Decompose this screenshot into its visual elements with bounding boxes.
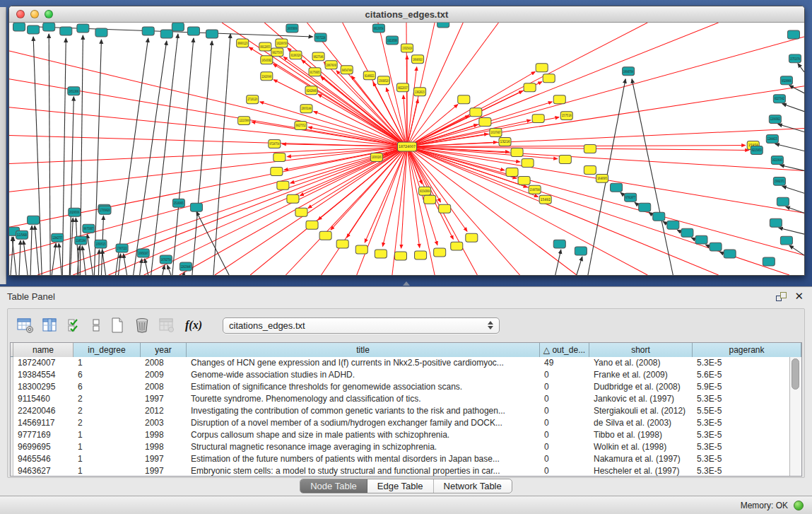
tab-edge-table[interactable]: Edge Table bbox=[367, 479, 434, 493]
graph-node[interactable]: 2867608 bbox=[325, 61, 337, 69]
graph-node[interactable] bbox=[611, 183, 623, 192]
graph-node[interactable]: 9175685 bbox=[309, 68, 321, 76]
graph-node[interactable]: 157516 bbox=[560, 112, 572, 120]
cell-title[interactable]: Estimation of significance thresholds fo… bbox=[187, 381, 540, 393]
citation-network-graph[interactable]: 8660123891295518226058982750381863281654… bbox=[9, 23, 804, 275]
graph-edge-black[interactable] bbox=[192, 41, 212, 275]
graph-node[interactable] bbox=[394, 252, 406, 260]
graph-node[interactable]: 16782759 bbox=[160, 255, 172, 264]
graph-node[interactable]: 15751074 bbox=[789, 54, 801, 63]
cell-in_degree[interactable]: 6 bbox=[73, 381, 141, 393]
graph-node[interactable] bbox=[424, 195, 436, 204]
panel-resize-grip[interactable] bbox=[403, 281, 410, 286]
graph-node[interactable] bbox=[639, 203, 651, 211]
graph-node[interactable] bbox=[518, 176, 530, 185]
graph-edge-black[interactable] bbox=[782, 186, 804, 193]
cell-out_degree[interactable]: 0 bbox=[540, 429, 589, 441]
cell-title[interactable]: Genome-wide association studies in ADHD. bbox=[187, 369, 540, 381]
graph-edge-black[interactable] bbox=[786, 206, 804, 213]
graph-edge-red[interactable] bbox=[382, 147, 407, 247]
graph-node[interactable] bbox=[724, 250, 736, 258]
graph-edge-black[interactable] bbox=[167, 265, 171, 275]
cell-out_degree[interactable]: 0 bbox=[540, 369, 589, 381]
graph-node[interactable]: 17359928 bbox=[99, 206, 111, 214]
graph-edge-red[interactable] bbox=[407, 120, 531, 147]
cell-pagerank[interactable]: 5.3E-5 bbox=[693, 357, 801, 369]
graph-edge-red[interactable] bbox=[407, 147, 577, 275]
cell-pagerank[interactable]: 5.3E-5 bbox=[693, 417, 801, 429]
tab-network-table[interactable]: Network Table bbox=[434, 479, 512, 493]
cell-pagerank[interactable]: 5.3E-5 bbox=[693, 429, 801, 441]
graph-node[interactable] bbox=[60, 27, 72, 35]
cell-pagerank[interactable]: 5.5E-5 bbox=[693, 405, 801, 417]
cell-out_degree[interactable]: 0 bbox=[540, 417, 589, 429]
graph-node[interactable]: 1350515 bbox=[95, 240, 107, 248]
graph-node[interactable] bbox=[28, 25, 40, 34]
graph-node[interactable] bbox=[13, 23, 25, 31]
graph-node[interactable]: 8427552 bbox=[295, 122, 307, 130]
row-height-icon[interactable] bbox=[90, 316, 102, 334]
cell-title[interactable]: Embryonic stem cells: a model to study s… bbox=[187, 465, 540, 476]
tab-node-table[interactable]: Node Table bbox=[300, 479, 367, 493]
graph-node[interactable] bbox=[206, 30, 218, 38]
graph-edge-black[interactable] bbox=[59, 243, 61, 275]
create-column-icon[interactable] bbox=[108, 316, 126, 334]
graph-node[interactable]: 16033809 bbox=[286, 24, 298, 33]
cell-out_degree[interactable]: 0 bbox=[540, 465, 589, 476]
graph-edge-red[interactable] bbox=[9, 147, 407, 256]
column-header-short[interactable]: short bbox=[589, 343, 693, 357]
graph-edge-black[interactable] bbox=[19, 240, 20, 275]
graph-node[interactable] bbox=[522, 158, 534, 167]
graph-node[interactable] bbox=[336, 240, 348, 248]
table-row[interactable]: 2242004622012Investigating the contribut… bbox=[11, 405, 801, 417]
table-settings-icon[interactable] bbox=[16, 316, 35, 334]
cell-title[interactable]: Corpus callosum shape and size in male p… bbox=[187, 429, 540, 441]
cell-short[interactable]: Stergiakouli et al. (2012) bbox=[589, 405, 693, 417]
graph-node[interactable] bbox=[653, 212, 665, 221]
graph-edge-red[interactable] bbox=[271, 51, 407, 146]
cell-title[interactable]: Structural magnetic resonance image aver… bbox=[187, 441, 540, 453]
graph-edge-red[interactable] bbox=[407, 23, 719, 147]
graph-node[interactable]: 9329966 bbox=[780, 76, 792, 85]
graph-node[interactable]: 15492 bbox=[539, 195, 551, 204]
graph-edge-black[interactable] bbox=[12, 237, 16, 275]
cell-year[interactable]: 1997 bbox=[141, 453, 187, 465]
graph-node[interactable]: 17957222 bbox=[116, 244, 128, 252]
graph-node[interactable] bbox=[780, 236, 792, 245]
graph-edge-black[interactable] bbox=[49, 34, 50, 275]
graph-node[interactable]: 19218586 bbox=[386, 36, 398, 45]
graph-edge-red[interactable] bbox=[407, 37, 804, 147]
graph-node[interactable]: 1209382 bbox=[769, 115, 781, 124]
window-titlebar[interactable]: citations_edges.txt bbox=[9, 6, 804, 23]
cell-pagerank[interactable]: 5.6E-5 bbox=[693, 369, 801, 381]
graph-node[interactable]: 12942757 bbox=[52, 233, 64, 242]
graph-node[interactable] bbox=[43, 23, 55, 31]
graph-edge-black[interactable] bbox=[798, 64, 804, 72]
float-panel-icon[interactable] bbox=[776, 292, 787, 301]
graph-edge-red[interactable] bbox=[180, 147, 407, 275]
graph-node[interactable] bbox=[355, 245, 367, 254]
graph-node[interactable]: 1145194 bbox=[75, 236, 87, 245]
graph-node[interactable]: 8660123 bbox=[237, 39, 249, 47]
cell-name[interactable]: 9115460 bbox=[13, 393, 73, 405]
graph-node[interactable] bbox=[506, 168, 518, 176]
cell-pagerank[interactable]: 5.3E-5 bbox=[693, 465, 801, 476]
graph-node[interactable] bbox=[553, 240, 565, 248]
cell-name[interactable]: 9463627 bbox=[13, 465, 73, 476]
table-row[interactable]: 977716911998Corpus callosum shape and si… bbox=[11, 429, 801, 441]
graph-node[interactable] bbox=[375, 250, 387, 258]
cell-pagerank[interactable]: 5.3E-5 bbox=[693, 453, 801, 465]
graph-node[interactable] bbox=[77, 24, 89, 33]
graph-node[interactable] bbox=[437, 23, 449, 28]
graph-edge-black[interactable] bbox=[30, 226, 32, 275]
graph-node[interactable]: 9154369 bbox=[419, 187, 431, 195]
graph-node[interactable] bbox=[187, 27, 199, 35]
graph-node[interactable]: 10107487 bbox=[490, 129, 502, 137]
graph-edge-black[interactable] bbox=[775, 144, 804, 151]
cell-name[interactable]: 22420046 bbox=[13, 405, 73, 417]
graph-node[interactable]: 9724754 bbox=[269, 140, 281, 148]
graph-node[interactable] bbox=[142, 27, 154, 35]
graph-node[interactable] bbox=[787, 30, 799, 39]
graph-node[interactable] bbox=[95, 28, 107, 37]
cell-in_degree[interactable]: 2 bbox=[73, 393, 141, 405]
